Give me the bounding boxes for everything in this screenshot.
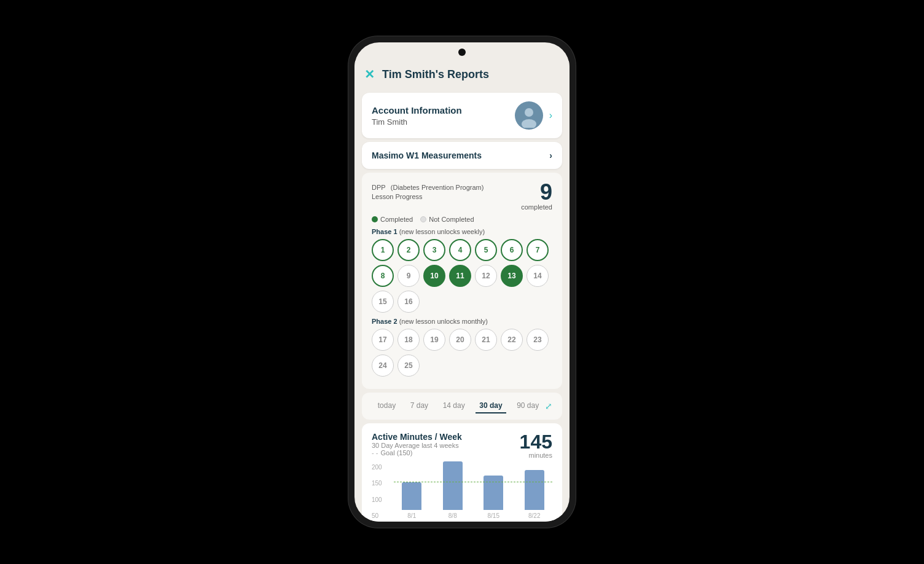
header-title: Tim Smith's Reports — [382, 68, 489, 81]
svg-point-1 — [525, 108, 533, 117]
bar-chart-inner: 20015010050 8/18/88/158/22 — [372, 464, 552, 519]
not-completed-dot — [420, 216, 426, 222]
phase2-lesson-grid: 171819202122232425 — [372, 329, 552, 377]
lesson-circle-13[interactable]: 13 — [501, 265, 523, 287]
time-btn-14-day[interactable]: 14 day — [439, 399, 469, 413]
masimo-card[interactable]: Masimo W1 Measurements › — [362, 142, 562, 169]
masimo-chevron: › — [549, 151, 552, 160]
goal-line — [394, 482, 552, 482]
bar-group-8/15: 8/15 — [476, 476, 512, 519]
lesson-circle-1[interactable]: 1 — [372, 239, 394, 261]
lesson-circle-24[interactable]: 24 — [372, 354, 394, 377]
completed-dot — [372, 216, 378, 222]
bar-label-8/22: 8/22 — [528, 512, 540, 519]
lesson-circle-21[interactable]: 21 — [475, 329, 497, 351]
lesson-circle-22[interactable]: 22 — [501, 329, 523, 351]
y-label: 150 — [372, 480, 382, 487]
lesson-circle-5[interactable]: 5 — [475, 239, 497, 261]
lesson-circle-7[interactable]: 7 — [527, 239, 549, 261]
dpp-completed-label: completed — [521, 203, 552, 211]
lesson-circle-10[interactable]: 10 — [423, 265, 445, 287]
y-label: 50 — [372, 512, 382, 519]
legend-not-completed: Not Completed — [420, 216, 474, 223]
lesson-circle-3[interactable]: 3 — [423, 239, 445, 261]
scroll-content[interactable]: ✕ Tim Smith's Reports Account Informatio… — [354, 42, 570, 522]
chart-card: Active Minutes / Week 30 Day Average las… — [362, 423, 562, 522]
lesson-circle-12[interactable]: 12 — [475, 265, 497, 287]
bar-group-8/1: 8/1 — [394, 482, 430, 519]
bar-label-8/15: 8/15 — [488, 512, 499, 519]
bar-label-8/8: 8/8 — [448, 512, 457, 519]
account-right: › — [515, 101, 552, 130]
bar-label-8/1: 8/1 — [407, 512, 416, 519]
lesson-circle-25[interactable]: 25 — [397, 354, 420, 377]
legend: Completed Not Completed — [372, 216, 552, 223]
chart-header: Active Minutes / Week 30 Day Average las… — [372, 432, 552, 459]
lesson-circle-11[interactable]: 11 — [449, 265, 471, 287]
chart-subtitle: 30 Day Average last 4 weeks — [372, 442, 462, 449]
y-label: 100 — [372, 496, 382, 503]
expand-icon[interactable]: ⤢ — [545, 401, 552, 411]
lesson-circle-9[interactable]: 9 — [397, 265, 420, 287]
lesson-circle-20[interactable]: 20 — [449, 329, 471, 351]
app-header: ✕ Tim Smith's Reports — [354, 61, 570, 89]
dpp-count: 9 completed — [521, 181, 552, 211]
lesson-circle-14[interactable]: 14 — [527, 265, 549, 287]
avatar — [515, 101, 543, 130]
dpp-header: DPP (Diabetes Prevention Program) Lesson… — [372, 181, 552, 211]
lesson-circle-19[interactable]: 19 — [423, 329, 445, 351]
chart-title: Active Minutes / Week — [372, 432, 462, 442]
dpp-subtitle: Lesson Progress — [372, 193, 484, 200]
bar-8/8 — [443, 461, 463, 510]
lesson-circle-15[interactable]: 15 — [372, 291, 394, 313]
time-btn-today[interactable]: today — [374, 399, 399, 413]
chart-title-group: Active Minutes / Week 30 Day Average las… — [372, 432, 462, 456]
close-button[interactable]: ✕ — [364, 67, 375, 82]
chart-big-value: 145 — [520, 432, 552, 452]
bar-group-8/22: 8/22 — [517, 470, 553, 519]
lesson-circle-17[interactable]: 17 — [372, 329, 394, 351]
phone-screen: ✕ Tim Smith's Reports Account Informatio… — [354, 42, 570, 522]
time-filter-buttons: today7 day14 day30 day90 day — [372, 399, 545, 413]
account-chevron: › — [549, 110, 552, 121]
account-name: Tim Smith — [372, 117, 462, 127]
dpp-title: DPP (Diabetes Prevention Program) — [372, 181, 484, 192]
time-filter-bar: today7 day14 day30 day90 day ⤢ — [362, 393, 562, 420]
y-axis: 20015010050 — [372, 464, 382, 519]
lesson-circle-23[interactable]: 23 — [527, 329, 549, 351]
phase1-label: Phase 1 (new lesson unlocks weekly) — [372, 228, 552, 235]
lesson-circle-2[interactable]: 2 — [397, 239, 420, 261]
legend-completed: Completed — [372, 216, 413, 223]
dpp-card: DPP (Diabetes Prevention Program) Lesson… — [362, 173, 562, 389]
masimo-label: Masimo W1 Measurements — [372, 151, 482, 160]
bar-chart: 20015010050 8/18/88/158/22 — [372, 464, 552, 522]
y-label: 200 — [372, 464, 382, 471]
lesson-circle-18[interactable]: 18 — [397, 329, 420, 351]
account-info: Account Information Tim Smith — [372, 105, 462, 127]
goal-label: - - Goal (150) — [372, 449, 462, 456]
bar-8/1 — [402, 482, 421, 510]
account-section-title: Account Information — [372, 105, 462, 116]
time-btn-90-day[interactable]: 90 day — [513, 399, 542, 413]
lesson-circle-6[interactable]: 6 — [501, 239, 523, 261]
account-card[interactable]: Account Information Tim Smith › — [362, 93, 562, 138]
time-btn-7-day[interactable]: 7 day — [407, 399, 432, 413]
phase2-label: Phase 2 (new lesson unlocks monthly) — [372, 318, 552, 325]
bar-group-8/8: 8/8 — [435, 461, 471, 519]
dpp-completed-number: 9 — [521, 181, 552, 203]
lesson-circle-16[interactable]: 16 — [397, 291, 420, 313]
bar-8/15 — [484, 476, 503, 510]
time-btn-30-day[interactable]: 30 day — [476, 399, 506, 413]
chart-value-group: 145 minutes — [520, 432, 552, 459]
lesson-circle-4[interactable]: 4 — [449, 239, 471, 261]
bar-8/22 — [525, 470, 544, 510]
camera-notch — [458, 49, 466, 56]
lesson-circle-8[interactable]: 8 — [372, 265, 394, 287]
phone-frame: ✕ Tim Smith's Reports Account Informatio… — [348, 36, 576, 528]
phase1-lesson-grid: 12345678910111213141516 — [372, 239, 552, 313]
dpp-title-group: DPP (Diabetes Prevention Program) Lesson… — [372, 181, 484, 200]
